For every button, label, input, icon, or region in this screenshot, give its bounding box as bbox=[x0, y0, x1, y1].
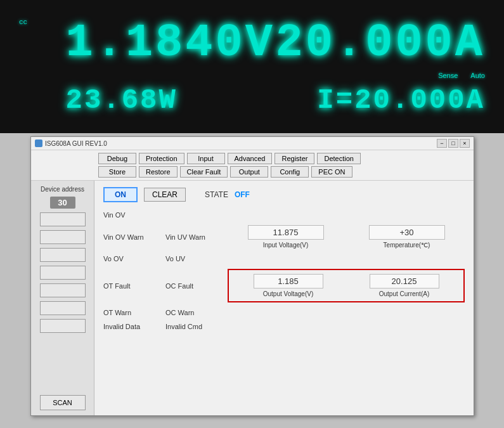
window-title: ISG608A GUI REV1.0 bbox=[45, 140, 107, 147]
store-button[interactable]: Store bbox=[98, 166, 136, 178]
output-voltage-group: Output Voltage(V) bbox=[233, 274, 344, 297]
led-corner-label: cc bbox=[19, 18, 27, 26]
led-current-main: 20.000A bbox=[276, 17, 485, 69]
sidebar-btn-3[interactable] bbox=[40, 248, 86, 262]
output-button[interactable]: Output bbox=[230, 166, 268, 178]
ot-warn-label: OT Warn bbox=[103, 309, 160, 316]
state-label: STATE bbox=[205, 190, 228, 199]
advanced-button[interactable]: Advanced bbox=[228, 153, 273, 164]
output-current-field[interactable] bbox=[370, 274, 439, 289]
control-row: ON CLEAR STATE OFF bbox=[103, 187, 465, 202]
sidebar-btn-1[interactable] bbox=[40, 212, 86, 226]
sidebar-btn-2[interactable] bbox=[40, 230, 86, 244]
input-voltage-group: Input Voltage(V) bbox=[228, 225, 344, 249]
restore-button[interactable]: Restore bbox=[139, 166, 178, 178]
output-voltage-label: Output Voltage(V) bbox=[263, 290, 314, 297]
output-voltage-field[interactable] bbox=[254, 274, 323, 289]
led-power: 23.68W bbox=[66, 84, 178, 116]
led-current-sense: I=20.000A bbox=[317, 84, 485, 116]
invalid-cmd-label: Invalid Cmd bbox=[165, 323, 223, 330]
sidebar-btn-5[interactable] bbox=[40, 283, 86, 297]
detection-button[interactable]: Detection bbox=[317, 153, 360, 164]
on-button[interactable]: ON bbox=[103, 187, 138, 202]
vo-uv-label: Vo UV bbox=[165, 255, 223, 263]
output-current-group: Output Current(A) bbox=[349, 274, 460, 297]
highlighted-readings: Output Voltage(V) Output Current(A) bbox=[228, 269, 465, 302]
title-bar: ISG608A GUI REV1.0 − □ × bbox=[31, 137, 474, 150]
vo-ov-label: Vo OV bbox=[103, 255, 160, 263]
sidebar-btn-4[interactable] bbox=[40, 266, 86, 280]
sidebar-btn-7[interactable] bbox=[40, 319, 86, 333]
config-button[interactable]: Config bbox=[271, 166, 309, 178]
led-voltage-main: 1.1840V bbox=[66, 17, 275, 69]
led-auto-label: Auto bbox=[470, 72, 485, 79]
temperature-group: Temperature(℃) bbox=[349, 225, 465, 249]
temperature-label: Temperature(℃) bbox=[384, 242, 430, 249]
pec-on-button[interactable]: PEC ON bbox=[311, 166, 352, 178]
scan-button[interactable]: SCAN bbox=[40, 395, 86, 410]
window-controls[interactable]: − □ × bbox=[437, 139, 470, 148]
ot-fault-label: OT Fault bbox=[103, 282, 160, 290]
device-address-value: 30 bbox=[50, 197, 75, 209]
register-button[interactable]: Register bbox=[275, 153, 314, 164]
app-icon bbox=[35, 139, 42, 147]
toolbar-row1: Debug Protection Input Advanced Register… bbox=[98, 153, 470, 164]
close-button[interactable]: × bbox=[460, 139, 470, 148]
vin-ov-label: Vin OV bbox=[103, 211, 160, 219]
toolbar-row2: Store Restore Clear Fault Output Config … bbox=[98, 166, 470, 178]
device-address-label: Device address bbox=[41, 186, 84, 193]
oc-warn-label: OC Warn bbox=[165, 309, 223, 316]
vin-ov-warn-label: Vin OV Warn bbox=[103, 233, 160, 241]
maximize-button[interactable]: □ bbox=[448, 139, 458, 148]
vin-uv-warn-label: Vin UV Warn bbox=[165, 233, 223, 241]
minimize-button[interactable]: − bbox=[437, 139, 447, 148]
led-display-panel: cc 1.1840V 20.000A 23.68W Sense Auto I=2… bbox=[0, 0, 504, 133]
main-content: Device address 30 SCAN ON CLEAR STATE OF… bbox=[31, 181, 474, 415]
clear-button[interactable]: CLEAR bbox=[144, 188, 186, 202]
sidebar: Device address 30 SCAN bbox=[31, 181, 94, 415]
clear-fault-button[interactable]: Clear Fault bbox=[180, 166, 228, 178]
temperature-field[interactable] bbox=[369, 225, 445, 240]
oc-fault-label: OC Fault bbox=[165, 282, 223, 290]
protection-button[interactable]: Protection bbox=[139, 153, 184, 164]
sidebar-btn-6[interactable] bbox=[40, 301, 86, 315]
led-sense-label: Sense bbox=[438, 72, 458, 79]
input-button[interactable]: Input bbox=[187, 153, 225, 164]
debug-button[interactable]: Debug bbox=[98, 153, 136, 164]
gui-window: ISG608A GUI REV1.0 − □ × Debug Protectio… bbox=[30, 136, 474, 416]
right-panel: ON CLEAR STATE OFF Vin OV Vin OV Warn Vi… bbox=[94, 181, 474, 415]
state-value: OFF bbox=[235, 190, 250, 199]
input-voltage-field[interactable] bbox=[248, 225, 324, 240]
fault-grid: Vin OV Vin OV Warn Vin UV Warn Input Vol… bbox=[103, 211, 465, 330]
output-current-label: Output Current(A) bbox=[379, 290, 429, 297]
input-voltage-label: Input Voltage(V) bbox=[263, 242, 309, 249]
invalid-data-label: Invalid Data bbox=[103, 323, 160, 330]
